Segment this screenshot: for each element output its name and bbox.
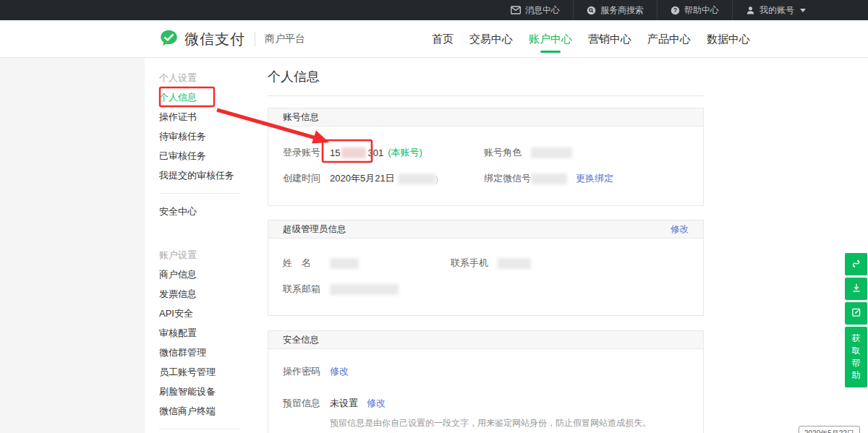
panel-title: 安全信息	[283, 334, 319, 346]
panel-security-body: 操作密码 修改 预留信息 未设置 修改 预留信息是由你自己设置的一段文字，用来鉴…	[268, 349, 703, 433]
sidebar-item-personal-info[interactable]: 个人信息	[159, 87, 240, 107]
admin-row-1: 姓 名 联系手机	[283, 257, 689, 270]
chevron-down-icon	[800, 9, 806, 12]
user-icon	[746, 6, 755, 15]
get-help-button[interactable]: 获取帮助	[845, 327, 867, 387]
sidebar-section-account-settings: 账户设置	[159, 245, 240, 265]
login-account-prefix: 15	[330, 147, 340, 158]
sidebar-item-wechat-merchant-terminal[interactable]: 微信商户终端	[159, 401, 240, 421]
left-gray-strip	[0, 58, 145, 433]
nav-item-home[interactable]: 首页	[429, 20, 456, 58]
sidebar-item-wechat-group-mgmt[interactable]: 微信群管理	[159, 343, 240, 362]
sidebar-item-staff-account-mgmt[interactable]: 员工账号管理	[159, 362, 240, 382]
admin-modify-link[interactable]: 修改	[671, 223, 689, 236]
admin-phone-label: 联系手机	[451, 257, 498, 270]
sidebar-item-reviewed-tasks[interactable]: 已审核任务	[159, 146, 240, 166]
link-icon-button[interactable]	[845, 253, 867, 275]
sidebar-divider	[159, 193, 240, 194]
question-circle-icon: ?	[671, 6, 680, 15]
nav-item-account-center[interactable]: 账户中心	[526, 20, 575, 58]
topbar: 消息中心 服务商搜索 ? 帮助中心 我的账号	[0, 0, 868, 20]
reserve-status: 未设置	[330, 397, 358, 410]
topbar-item-label: 我的账号	[760, 4, 794, 17]
sidebar-item-merchant-info[interactable]: 商户信息	[159, 265, 240, 284]
brand-portal-label: 商户平台	[265, 33, 305, 46]
sidebar-item-my-submitted-tasks[interactable]: 我提交的审核任务	[159, 166, 240, 185]
login-account-field: 登录账号 15 301 (本账号)	[283, 146, 484, 159]
created-paren: )	[435, 173, 438, 184]
nav-item-data-center[interactable]: 数据中心	[704, 20, 753, 58]
nav-item-marketing-center[interactable]: 营销中心	[585, 20, 634, 58]
main-content: 个人信息 账号信息 登录账号 15 301 (本账号) 账号角色	[268, 58, 704, 433]
password-modify-link[interactable]: 修改	[330, 365, 349, 378]
wechat-pay-bubble-icon	[159, 29, 179, 50]
bound-wechat-field: 绑定微信号 更换绑定	[484, 172, 689, 185]
panel-super-admin-info: 超级管理员信息 修改 姓 名 联系手机 联系邮箱	[268, 220, 704, 316]
topbar-item-help-center[interactable]: ? 帮助中心	[657, 0, 732, 20]
sidebar-item-review-config[interactable]: 审核配置	[159, 323, 240, 343]
sidebar-section-personal-settings: 个人设置	[159, 68, 240, 87]
panel-account-info-body: 登录账号 15 301 (本账号) 账号角色 创建时间	[268, 127, 703, 205]
admin-email-field: 联系邮箱	[283, 283, 451, 296]
wechat-pay-logo[interactable]: 微信支付	[159, 29, 245, 50]
change-binding-link[interactable]: 更换绑定	[576, 172, 613, 185]
redacted-admin-email	[330, 284, 399, 295]
sidebar-item-operation-certificate[interactable]: 操作证书	[159, 107, 240, 127]
download-icon-button[interactable]	[845, 278, 867, 300]
feedback-edit-icon-button[interactable]	[845, 302, 867, 325]
topbar-item-label: 帮助中心	[684, 4, 719, 17]
search-circle-icon	[587, 6, 596, 15]
topbar-item-my-account[interactable]: 我的账号	[732, 0, 819, 20]
panel-title: 账号信息	[283, 111, 319, 124]
admin-name-field: 姓 名	[283, 257, 451, 270]
panel-super-admin-body: 姓 名 联系手机 联系邮箱	[268, 239, 703, 315]
download-icon	[851, 282, 862, 296]
account-row-2: 创建时间 2020年5月21日 ) 绑定微信号 更换绑定	[283, 172, 689, 185]
topbar-item-message-center[interactable]: 消息中心	[498, 0, 573, 20]
reserve-modify-link[interactable]: 修改	[367, 397, 386, 410]
sidebar-item-invoice-info[interactable]: 发票信息	[159, 284, 240, 304]
sidebar: 个人设置 个人信息 操作证书 待审核任务 已审核任务 我提交的审核任务 安全中心…	[159, 68, 240, 433]
admin-name-label: 姓 名	[283, 257, 330, 270]
main-nav: 首页 交易中心 账户中心 营销中心 产品中心 数据中心	[429, 20, 753, 58]
reserve-info-field: 预留信息 未设置 修改	[283, 397, 689, 410]
reserve-info-label: 预留信息	[283, 397, 330, 410]
redacted-admin-name	[330, 258, 359, 269]
nav-item-transaction-center[interactable]: 交易中心	[467, 20, 516, 58]
operation-password-label: 操作密码	[283, 365, 330, 378]
topbar-menu: 消息中心 服务商搜索 ? 帮助中心 我的账号	[498, 0, 819, 20]
link-icon	[850, 257, 862, 272]
nav-item-product-center[interactable]: 产品中心	[644, 20, 694, 58]
sidebar-item-api-security[interactable]: API安全	[159, 304, 240, 323]
redacted-created-suffix	[398, 173, 435, 184]
redacted-admin-phone	[498, 258, 531, 269]
created-time-field: 创建时间 2020年5月21日 )	[283, 172, 484, 185]
sidebar-item-face-smart-device[interactable]: 刷脸智能设备	[159, 382, 240, 401]
sidebar-item-pending-review-tasks[interactable]: 待审核任务	[159, 127, 240, 146]
login-account-suffix: 301	[367, 147, 383, 158]
panel-super-admin-header: 超级管理员信息 修改	[268, 220, 703, 239]
get-help-label: 获取帮助	[851, 333, 861, 382]
panel-title: 超级管理员信息	[283, 223, 346, 236]
panel-security-header: 安全信息	[268, 331, 703, 349]
admin-row-2: 联系邮箱	[283, 283, 689, 296]
sidebar-item-security-center[interactable]: 安全中心	[159, 202, 240, 221]
redacted-account-role	[531, 147, 572, 158]
svg-text:?: ?	[673, 7, 677, 14]
panel-security-info: 安全信息 操作密码 修改 预留信息 未设置 修改 预留信息是由你自己设置的一段文…	[268, 330, 704, 433]
topbar-item-provider-search[interactable]: 服务商搜索	[573, 0, 657, 20]
created-time-label: 创建时间	[283, 172, 330, 185]
topbar-item-label: 服务商搜索	[600, 4, 644, 17]
panel-account-info: 账号信息 登录账号 15 301 (本账号) 账号角色	[268, 108, 704, 206]
header: 微信支付 商户平台 首页 交易中心 账户中心 营销中心 产品中心 数据中心	[0, 20, 868, 58]
operation-password-field: 操作密码 修改	[283, 365, 689, 378]
login-account-label: 登录账号	[283, 146, 330, 159]
bound-wechat-label: 绑定微信号	[484, 172, 531, 185]
panel-account-info-header: 账号信息	[268, 108, 703, 127]
account-row-1: 登录账号 15 301 (本账号) 账号角色	[283, 146, 689, 159]
sidebar-divider	[159, 429, 240, 429]
login-account-value: 15 301 (本账号)	[330, 146, 422, 159]
created-time-value: 2020年5月21日 )	[330, 172, 438, 185]
desc-line: 预留信息是由你自己设置的一段文字，用来鉴定网站身份，防止假冒网站造成损失。	[330, 416, 689, 430]
feedback-edit-icon	[851, 306, 862, 320]
